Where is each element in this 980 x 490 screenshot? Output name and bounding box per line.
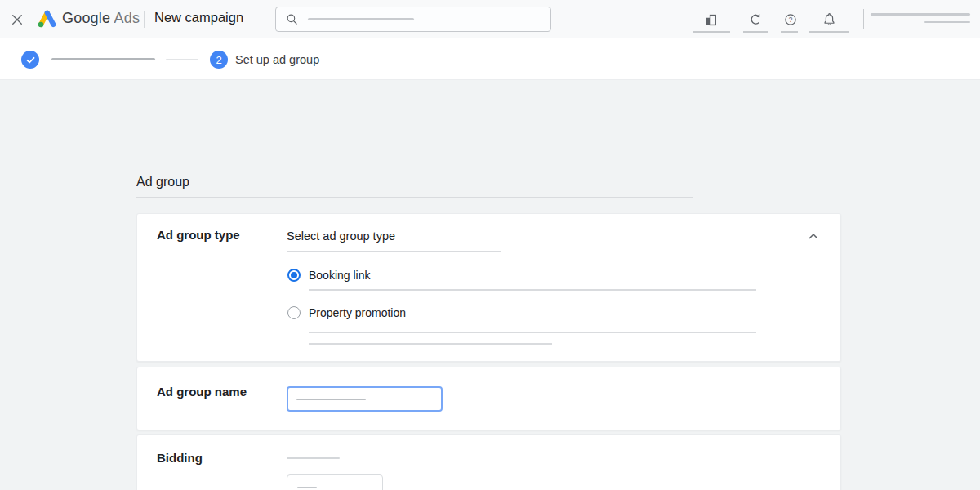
brand-google: Google	[62, 10, 110, 26]
stepper-connector	[166, 59, 198, 60]
step-1-label-redacted	[51, 58, 155, 60]
field-description-redacted	[287, 251, 501, 252]
search-icon	[285, 12, 299, 26]
ad-group-type-value: Select ad group type	[287, 229, 395, 243]
bell-icon[interactable]	[820, 10, 838, 28]
svg-text:?: ?	[789, 16, 793, 24]
option-description-redacted	[309, 332, 756, 333]
account-line-redacted	[871, 13, 970, 16]
brand-name: Google Ads	[62, 10, 140, 27]
bidding-card: Bidding	[136, 434, 841, 490]
ad-group-type-card: Ad group type Select ad group type Booki…	[136, 213, 841, 362]
input-value-redacted	[297, 487, 317, 488]
page-title: New campaign	[154, 10, 243, 25]
bidding-description-redacted	[287, 457, 340, 459]
topbar-label-redacted	[781, 31, 798, 33]
google-ads-logo	[36, 8, 58, 30]
ad-group-name-input[interactable]	[287, 386, 443, 412]
topbar-label-redacted	[809, 31, 849, 33]
topbar-divider	[144, 11, 145, 28]
refresh-icon[interactable]	[746, 11, 764, 29]
main-content: Ad group Ad group type Select ad group t…	[0, 80, 980, 490]
chart-columns-icon[interactable]	[702, 11, 719, 29]
close-icon[interactable]	[9, 11, 25, 28]
check-icon	[25, 55, 36, 65]
ad-group-name-card: Ad group name	[136, 367, 841, 430]
google-ads-new-campaign-page: Google Ads New campaign ?	[0, 0, 980, 490]
search-query-redacted	[308, 18, 414, 20]
option-description-redacted	[309, 343, 552, 345]
radio-property-promotion-label: Property promotion	[309, 306, 406, 319]
top-app-bar: Google Ads New campaign ?	[0, 0, 980, 38]
radio-booking-link-label: Booking link	[309, 269, 371, 282]
help-circle-icon[interactable]: ?	[782, 11, 800, 29]
bidding-label: Bidding	[157, 451, 203, 465]
radio-property-promotion[interactable]	[287, 306, 301, 319]
account-info[interactable]	[871, 13, 970, 23]
radio-booking-link[interactable]	[287, 269, 301, 282]
topbar-label-redacted	[693, 31, 730, 33]
topbar-label-redacted	[743, 31, 768, 33]
ad-group-type-label: Ad group type	[157, 228, 240, 242]
step-2-indicator: 2	[210, 51, 228, 69]
topbar-divider	[863, 9, 864, 29]
search-input[interactable]	[275, 7, 551, 32]
section-heading: Ad group	[136, 175, 189, 189]
campaign-stepper: 2 Set up ad group	[0, 38, 980, 80]
ad-group-name-label: Ad group name	[157, 385, 247, 399]
brand-ads: Ads	[114, 10, 140, 26]
bidding-input[interactable]	[287, 474, 383, 490]
step-1-completed[interactable]	[21, 51, 39, 69]
option-description-redacted	[309, 289, 756, 291]
step-2-label: Set up ad group	[235, 53, 319, 66]
chevron-up-icon[interactable]	[800, 224, 826, 250]
input-value-redacted	[296, 399, 366, 400]
step-2-number: 2	[216, 54, 221, 66]
section-description-redacted	[136, 197, 693, 198]
account-line-redacted	[924, 21, 970, 24]
